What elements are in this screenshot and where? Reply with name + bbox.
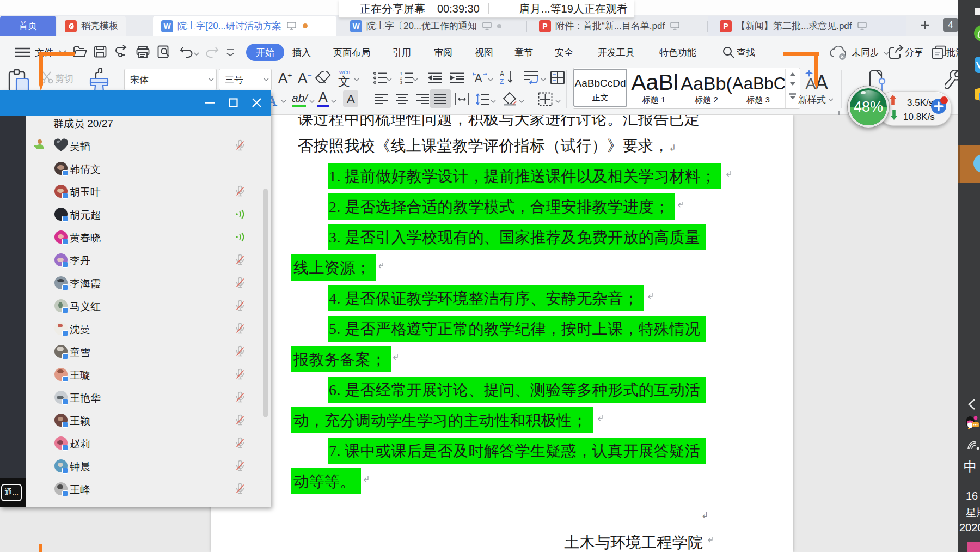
svg-text:A: A <box>500 70 504 78</box>
svg-text:3: 3 <box>400 81 402 84</box>
svg-text:1: 1 <box>400 72 402 76</box>
svg-text:2: 2 <box>400 76 402 80</box>
svg-text:Z: Z <box>500 78 504 85</box>
